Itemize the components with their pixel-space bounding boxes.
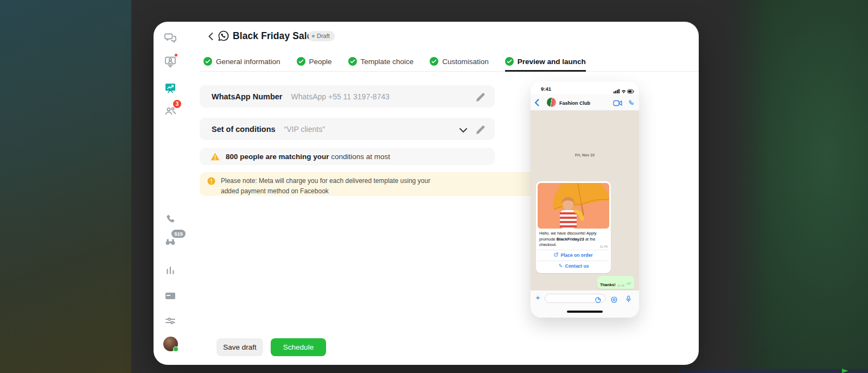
reply-time: 11:45 — [617, 284, 624, 287]
sidebar: 3 515 — [154, 22, 187, 365]
sliders-icon — [164, 314, 177, 327]
warning-text-emphasis: 800 people are matching your — [226, 153, 329, 161]
chat-header: Fashion Club — [531, 94, 639, 111]
credit-card-icon — [164, 289, 177, 302]
back-chevron-icon — [206, 34, 216, 43]
audience-warning-banner: 800 people are matching your conditions … — [200, 148, 495, 165]
background-bottom-strip — [679, 369, 868, 373]
voice-call-icon — [628, 99, 635, 109]
warning-text: conditions at most — [329, 153, 391, 161]
phone-icon — [558, 263, 563, 269]
tab-label: General information — [216, 58, 280, 66]
sidebar-item-settings[interactable] — [164, 314, 177, 327]
billing-note-text: Please note: Meta will charge you for ea… — [221, 176, 432, 196]
edit-icon[interactable] — [474, 123, 487, 136]
whatsapp-number-label: WhatsApp Number — [212, 92, 283, 101]
video-call-icon — [613, 99, 622, 109]
tab-label: People — [309, 58, 332, 66]
back-chevron-icon — [534, 99, 539, 109]
reply-bubble: Thanks! 11:45 — [597, 276, 634, 289]
whatsapp-number-value: WhatsApp +55 11 3197-8743 — [291, 92, 390, 101]
draft-dot-icon — [312, 35, 315, 37]
reply-text: Thanks! — [600, 282, 616, 287]
chevron-down-icon[interactable] — [457, 124, 470, 137]
tab-people[interactable]: People — [297, 53, 332, 72]
app-window: 3 515 Black Fr — [154, 22, 699, 365]
whatsapp-number-row: WhatsApp Number WhatsApp +55 11 3197-874… — [200, 85, 495, 108]
schedule-button[interactable]: Schedule — [271, 338, 326, 356]
tab-template-choice[interactable]: Template choice — [348, 53, 414, 72]
set-of-conditions-label: Set of conditions — [212, 125, 276, 134]
back-button[interactable] — [206, 31, 216, 42]
campaign-image — [538, 183, 609, 229]
user-avatar[interactable] — [163, 337, 178, 351]
sidebar-item-campaigns[interactable] — [164, 81, 177, 94]
tab-label: Preview and launch — [518, 58, 586, 66]
check-circle-icon — [203, 58, 212, 67]
set-of-conditions-value: “VIP clients” — [284, 125, 325, 134]
page-title: Black Friday Sale — [233, 30, 312, 42]
audience-count-badge: 3 — [173, 100, 181, 108]
tab-general-information[interactable]: General information — [203, 53, 280, 72]
sticker-icon — [595, 295, 601, 305]
check-circle-icon — [348, 58, 357, 67]
read-receipt-icon — [626, 277, 631, 287]
home-indicator — [567, 311, 603, 313]
contact-name: Fashion Club — [559, 100, 590, 106]
sidebar-item-tracker[interactable]: 515 — [164, 235, 177, 248]
tab-label: Customisation — [442, 58, 489, 66]
tracker-count-badge: 515 — [171, 230, 186, 238]
message-input-bar: + — [531, 290, 639, 318]
edit-icon[interactable] — [474, 90, 487, 103]
sidebar-item-billing[interactable] — [164, 289, 177, 302]
sidebar-item-contacts[interactable] — [164, 55, 177, 68]
wizard-tabs: General information People Template choi… — [200, 53, 699, 72]
chat-bubbles-icon — [164, 31, 177, 45]
sidebar-item-audience[interactable]: 3 — [164, 104, 177, 117]
check-circle-icon — [297, 58, 305, 67]
chat-date-label: Fri, Nov 10 — [531, 153, 639, 157]
page: 3 515 Black Fr — [0, 0, 868, 373]
check-circle-icon — [430, 58, 438, 67]
billing-note-banner: Please note: Meta will charge you for ea… — [200, 172, 544, 196]
phone-preview: 9:41 Fashion Club Fri, Nov 10 Hello, we … — [531, 81, 639, 318]
plus-icon: + — [535, 293, 540, 302]
tab-preview-and-launch[interactable]: Preview and launch — [505, 53, 586, 72]
background-gradient-left — [0, 0, 131, 373]
sidebar-item-calls[interactable] — [164, 213, 177, 226]
message-button-contact-us: Contact us — [538, 261, 609, 271]
sidebar-item-analytics[interactable] — [164, 264, 177, 277]
camera-icon — [611, 295, 617, 305]
microphone-icon — [626, 295, 631, 305]
template-message-bubble: Hello, we have discounts! Apply promode … — [536, 181, 611, 273]
phone-icon — [164, 213, 177, 226]
notification-dot — [174, 53, 178, 57]
promo-code: BlackFriday23 — [557, 237, 584, 242]
external-link-icon — [554, 252, 558, 258]
whatsapp-channel-icon — [218, 30, 229, 42]
sidebar-item-chats[interactable] — [164, 31, 177, 45]
status-badge: Draft — [308, 31, 335, 41]
tab-label: Template choice — [361, 58, 414, 66]
check-circle-icon — [505, 58, 514, 67]
bar-chart-icon — [164, 264, 177, 277]
phone-status-time: 9:41 — [541, 86, 551, 92]
save-draft-button[interactable]: Save draft — [216, 338, 263, 356]
contact-avatar — [547, 98, 556, 107]
warning-triangle-icon — [210, 153, 220, 161]
note-exclamation-icon — [207, 177, 215, 185]
background-gradient-right — [727, 0, 868, 373]
message-button-place-order: Place on order — [538, 250, 609, 261]
set-of-conditions-row: Set of conditions “VIP clients” — [200, 118, 495, 140]
campaign-board-icon — [164, 81, 177, 94]
tab-customisation[interactable]: Customisation — [430, 53, 489, 72]
